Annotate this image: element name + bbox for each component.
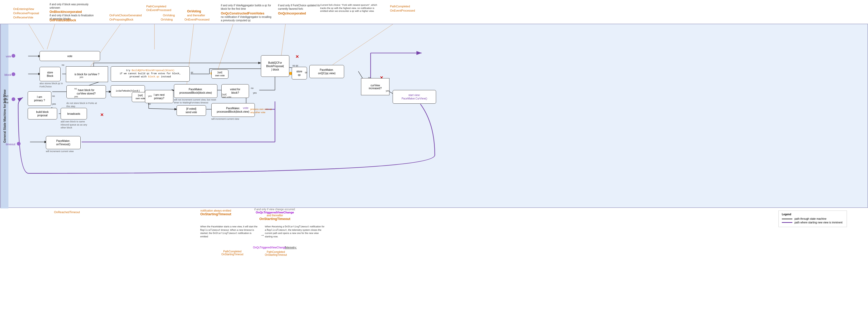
arrow-sep: → [260, 233, 265, 238]
send-vote-label: [if voted]send vote [186, 107, 197, 114]
ann-block-incorporated: OnBlockIncorporated [50, 10, 82, 14]
ann-receive-vote: OnReceiveVote [13, 16, 33, 19]
on-reached-timeout: OnReachedTimeout [54, 210, 80, 214]
vote-path-label: vote [243, 106, 248, 109]
svg-line-41 [89, 24, 120, 69]
ann-event-processed-right: OnEventProcessed [390, 9, 415, 12]
vote-input [11, 54, 15, 58]
ann-proposing-block: OnProposingBlock [110, 18, 133, 21]
is-block-curview-node: is block for curView ? [66, 66, 108, 82]
ann-entering-view: OnEnteringView [13, 7, 34, 10]
ann-fork-choice: OnForkChoiceGenerated [110, 14, 142, 17]
telemetry-label: Telemetry: [285, 246, 297, 249]
ann-no-notification: no notification if VoteAggregator is rec… [221, 15, 274, 22]
pacemaker-onqc-node: PaceMaker.onQC(qc.view) [309, 65, 344, 78]
ann-path-completed-1: PathCompleted [146, 5, 166, 8]
sidebar-label: General State Machine for any View [1, 24, 8, 208]
diagram-svg: ✕ ✕ ✕ ✕ [1, 24, 867, 207]
ann-voting-bold: OnVoting [187, 9, 201, 13]
yes-label-2: yes [52, 103, 56, 105]
on-starting-2-label: OnStartingTimeout [254, 217, 296, 221]
no-label-6: no [368, 76, 371, 79]
try-build-qc-label: try BuildQCForBlockProposal(block)if we … [120, 69, 181, 78]
legend-item-2: path where starting new view is imminent [782, 221, 843, 224]
build-qc-proposal-node: BuildQCForBlockProposal() block [261, 55, 289, 77]
curview-increased-node: curViewincreased? [361, 78, 390, 95]
no-qc-label: no qc [292, 64, 298, 67]
will-increment-label: will increment current view [211, 117, 255, 120]
block-circle [11, 72, 15, 76]
legend-title: Legend [782, 213, 843, 216]
no-label-2: no [52, 95, 55, 97]
start-view-label: start view:PaceMaker.CurView() [402, 94, 427, 100]
svg-line-43 [186, 24, 194, 92]
path-completed-bottom-1: PathCompleted OnStartingTimeout [221, 250, 244, 256]
store-block-label: storeBlock [47, 71, 53, 78]
yes-label-6: yes [386, 90, 390, 92]
start-new-view-label: startnewview [3, 95, 12, 104]
no-label-1: no [62, 64, 64, 66]
path-completed-bottom-2: PathCompleted OnStartingTimeout [265, 250, 287, 256]
ann-path-completed-right: PathCompleted [390, 5, 410, 8]
ann-vote-agg: if and only if VoteAggregator builds a q… [221, 4, 274, 10]
view-change-condition: if and only if view change occurred: [254, 208, 296, 211]
legend-label-2: path where starting new view is imminent [795, 221, 842, 224]
pc-label-1: PathCompleted [221, 250, 244, 253]
yes-label-3: yes [74, 95, 78, 98]
svg-line-39 [29, 24, 44, 49]
ann-thereafter: and thereafter [187, 14, 205, 17]
view-change-section: if and only if view change occurred: OnQ… [254, 208, 296, 221]
voted-for-label: voted forblock? [230, 88, 240, 95]
ann-fork-choice-note: Current fork choice: "Fork with newest q… [320, 4, 378, 13]
notification-always: notification always emitted [200, 209, 231, 212]
svg-text:✕: ✕ [100, 113, 103, 117]
receiving-desc: When Receiving a OnStartingTimeout notif… [265, 225, 326, 238]
broadcasts-node: broadcasts [61, 108, 87, 119]
build-block-label: build blockproposal [36, 110, 49, 117]
pacemaker-processed-1-node: PaceMaker.processedBlock(block.view) [174, 84, 217, 98]
yes-label-1: yes [80, 76, 83, 78]
have-block-label: have block forcurView stored? [77, 89, 96, 95]
solid-black-line [782, 219, 793, 219]
also-stores-label: also stores block.qc in ForkChoice [39, 82, 63, 88]
ann-finalization: if and only if block leads to finalizati… [50, 14, 94, 21]
do-not-store-label: do not store block in Forks at this step [66, 102, 98, 108]
i-am-primary-node: I amprimary ? [28, 91, 51, 106]
os-label-2: OnStartingTimeout [265, 253, 287, 256]
on-starting-timeout-section: notification always emitted OnStartingTi… [200, 209, 231, 216]
opt-own-vote-1-label: [opt]own vote [135, 94, 145, 100]
qc-triggered-label: OnQcTriggeredViewChange [254, 211, 296, 214]
svg-line-46 [333, 24, 393, 65]
no-label-5: no [251, 87, 253, 90]
solid-purple-line [782, 222, 793, 223]
qc-label: qc [191, 71, 193, 74]
svg-line-28 [149, 108, 177, 109]
ann-event-processed-1: OnEventProcessed [146, 8, 171, 11]
qc-triggered-bottom: OnQcTriggeredViewChange [253, 246, 286, 249]
legend-item-1: path through state machine [782, 217, 843, 220]
ann-qc-constructed: OnQcConstructedFromVotes [221, 11, 264, 15]
ann-fork-updated: if and only if ForkChoice updated its cu… [278, 4, 328, 10]
will-increment-timeout-label: will increment current view [46, 150, 74, 152]
svg-line-44 [217, 24, 233, 71]
yes-label-5: yes [253, 92, 257, 94]
timeout-circle [17, 142, 21, 145]
add-own-block-label: add own block to same inbound queue as a… [61, 120, 90, 130]
try-build-qc-node: try BuildQCForBlockProposal(block)if we … [111, 66, 190, 81]
ann-block-unknown: if and only if block was previously unkn… [50, 3, 94, 9]
start-view-node: start view:PaceMaker.CurView() [393, 90, 436, 104]
vote-label: vote [6, 55, 11, 58]
opt-own-vote-2: [opt]own vote [211, 69, 228, 79]
ann-qc-incorporated: OnQcIncorporated [278, 11, 306, 15]
os-label-1: OnStartingTimeout [221, 253, 244, 256]
diagram-area: General State Machine for any View [0, 24, 868, 208]
opt-own-vote-label: [opt]own vote [222, 93, 231, 98]
ann-event-processed-2: OnEventProcessed [184, 18, 210, 21]
build-block-node: build blockproposal [28, 108, 57, 119]
send-vote-node: [if voted]send vote [177, 105, 206, 116]
no-label-4: no [148, 103, 151, 105]
pm-timeout-label: PaceMaker.onTimeout() [56, 139, 70, 146]
process-own-vote-label: process own vote as any other vote [250, 108, 274, 114]
on-starting-1-label: OnStartingTimeout [200, 212, 231, 216]
store-vote-label: vote [67, 55, 72, 58]
